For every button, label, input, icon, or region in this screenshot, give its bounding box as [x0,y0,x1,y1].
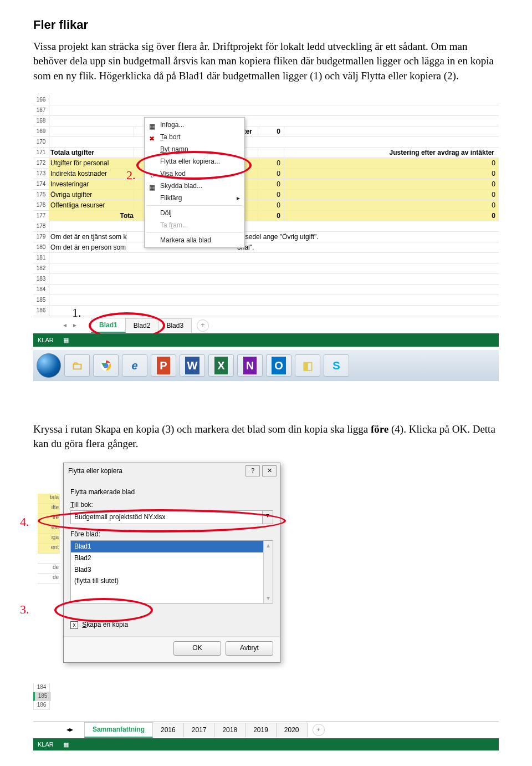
bottom-row-headers: 184 185 186 [33,683,499,710]
powerpoint-icon[interactable]: P [151,354,176,377]
chevron-right-icon: ▸ [237,192,240,204]
heading: Fler flikar [33,17,499,34]
sticky-notes-icon[interactable]: ◧ [295,354,320,377]
rownum: 177 [33,211,49,221]
status-text: KLAR [38,337,54,343]
sheet-tab-2017[interactable]: 2017 [183,723,215,737]
row-headers: 166 167 168 169 170 171 172 173 174 175 … [33,95,49,316]
ctx-view-code[interactable]: ⌕Visa kod [145,168,244,180]
ctx-delete[interactable]: ✖Ta bort [145,131,244,143]
cancel-button[interactable]: Avbryt [226,641,273,656]
grid: Totalt intäkter0 Totala utgifterJusterin… [49,95,499,316]
help-button[interactable]: ? [245,465,260,476]
create-copy-row[interactable]: x Skapa en kopia [70,620,273,630]
ctx-insert[interactable]: ▦Infoga... [145,119,244,131]
sheet-tab-blad3[interactable]: Blad3 [158,318,192,333]
list-item[interactable]: Blad3 [71,564,273,576]
cell: 0 [479,200,499,210]
rownum: 170 [33,137,49,148]
cell: Totala utgifter [49,148,134,158]
create-copy-checkbox[interactable]: x [70,621,78,629]
cell: 0 [258,179,284,189]
screenshot-2: 4. 3. tala ifte ire est iga ent de de Fl… [38,463,326,673]
cell: 0 [258,200,284,210]
sheet-tab-2019[interactable]: 2019 [245,723,277,737]
list-item[interactable]: Blad2 [71,552,273,564]
annotation-2: 2. [126,167,136,184]
insert-icon: ▦ [147,120,156,129]
cell: Övriga utgifter [49,190,134,200]
rownum: 171 [33,148,49,158]
sheet-icon: ▦ [147,181,156,190]
cell: 0 [258,211,284,221]
rownum: 184 [33,285,49,295]
skype-icon[interactable]: S [324,354,349,377]
paragraph-1: Vissa projekt kan sträcka sig över flera… [33,39,499,84]
label: Till bok: [70,500,273,510]
rownum: 179 [33,232,49,242]
sheet-tab-summary[interactable]: Sammanfattning [84,722,153,738]
macro-icon: ▦ [63,741,69,748]
ctx-tab-color[interactable]: Flikfärg▸ [145,192,244,204]
sheet-tab-blad2[interactable]: Blad2 [125,318,159,333]
scrollbar[interactable]: ▴▾ [263,541,273,603]
status-bar: KLAR ▦ [33,333,499,347]
label: Flytta markerade blad [70,488,273,497]
sheet-tab-2020[interactable]: 2020 [276,723,308,737]
chrome-icon[interactable] [93,354,119,377]
rownum: 183 [33,274,49,285]
list-item[interactable]: (flytta till slutet) [71,575,273,587]
context-menu[interactable]: ▦Infoga... ✖Ta bort Byt namn Flytta elle… [144,117,245,248]
rownum: 185 [33,295,49,306]
ctx-select-all[interactable]: Markera alla blad [145,234,244,246]
close-button[interactable]: ✕ [262,465,277,476]
sheet-tab-2016[interactable]: 2016 [152,723,184,737]
cell: 0 [479,169,499,179]
dialog-title: Flytta eller kopiera [68,467,122,475]
rownum: 173 [33,169,49,179]
cell: 0 [479,179,499,189]
new-sheet-button[interactable]: + [197,319,209,332]
annotation-3: 3. [20,601,29,618]
rownum: 167 [33,105,49,116]
list-item[interactable]: Blad1 [71,541,273,552]
rownum: 180 [33,242,49,253]
ctx-move-copy[interactable]: Flytta eller kopiera... [145,155,244,168]
cell: 0 [479,211,499,221]
workbook-dropdown[interactable]: Budgetmall projektstöd NY.xlsx ▾ [70,510,273,524]
chevron-down-icon[interactable]: ▾ [262,511,273,524]
outlook-icon[interactable]: O [266,354,291,377]
dropdown-value: Budgetmall projektstöd NY.xlsx [71,511,262,524]
tab-next-icon[interactable]: ▸ [71,321,79,330]
cell: 0 [258,158,284,168]
cell: 0 [479,158,499,168]
cell: Offentliga resurser [49,200,134,210]
bg-partial-rows: tala ifte ire est iga ent de de [38,494,60,584]
word-icon[interactable]: W [180,354,205,377]
ie-icon[interactable]: e [122,354,147,377]
ctx-protect[interactable]: ▦Skydda blad... [145,180,244,192]
label: Före blad: [70,530,273,539]
ctx-hide[interactable]: Dölj [145,207,244,219]
start-button[interactable] [37,353,61,378]
rownum: 178 [33,221,49,232]
cell: 0 [258,169,284,179]
cell: Indirekta kostnader [49,169,134,179]
ok-button[interactable]: OK [173,641,221,656]
before-sheet-listbox[interactable]: Blad1 Blad2 Blad3 (flytta till slutet) ▴… [70,540,273,603]
excel-icon[interactable]: X [208,354,234,377]
cell: Om det är en person som [49,242,126,252]
move-copy-dialog: Flytta eller kopiera ? ✕ Flytta markerad… [63,463,280,663]
sheet-tab-2018[interactable]: 2018 [214,723,245,737]
tab-prev-icon[interactable]: ◂ [61,321,69,330]
sheet-tab-blad1[interactable]: Blad1 [91,318,126,333]
ctx-unhide: Ta fram... [145,219,244,231]
explorer-icon[interactable]: 🗀 [64,354,90,377]
ctx-rename[interactable]: Byt namn [145,143,244,155]
code-icon: ⌕ [147,169,156,178]
tab-next-icon[interactable]: ▸ [70,725,73,734]
new-sheet-button[interactable]: + [313,724,325,736]
rownum: 168 [33,116,49,126]
onenote-icon[interactable]: N [237,354,263,377]
dialog-title-bar: Flytta eller kopiera ? ✕ [64,463,280,479]
